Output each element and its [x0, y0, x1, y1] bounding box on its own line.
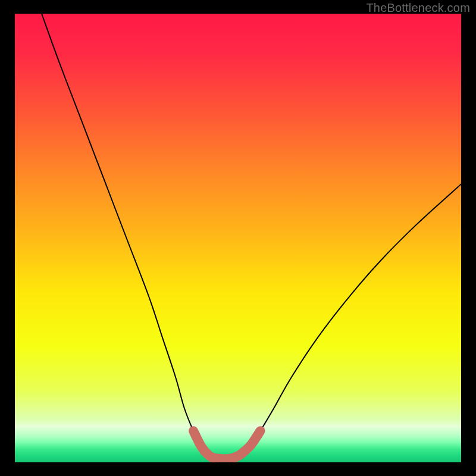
chart-plot-area	[15, 14, 461, 462]
chart-frame: TheBottleneck.com	[0, 0, 476, 476]
gradient-background	[15, 14, 461, 462]
chart-svg	[15, 14, 461, 462]
watermark-text: TheBottleneck.com	[366, 1, 470, 15]
